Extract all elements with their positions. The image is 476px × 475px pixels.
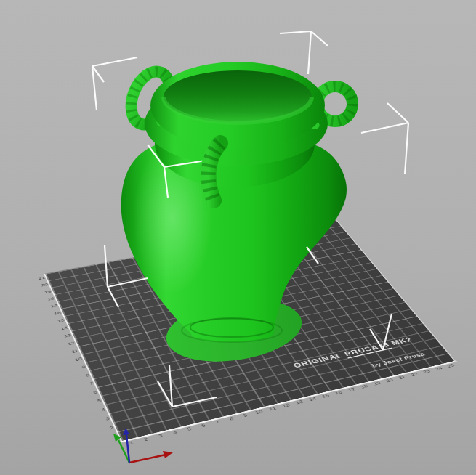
bbox-corner-rear-bottom-right xyxy=(307,247,318,264)
axis-gizmo xyxy=(113,428,173,463)
bbox-corner-front-bottom-left xyxy=(158,365,217,407)
bbox-corner-rear-top-right xyxy=(280,31,328,74)
model-vase[interactable] xyxy=(121,62,352,370)
axis-x-line xyxy=(129,455,166,463)
viewport-3d[interactable]: ORIGINAL PRUSA i3 MK2 by Josef Prusa 123… xyxy=(0,0,476,475)
axis-z-arrow-icon xyxy=(123,428,129,435)
bbox-corner-front-top-right xyxy=(361,103,408,174)
bbox-corner-front-bottom-right xyxy=(370,314,392,350)
scene-overlay xyxy=(0,0,476,475)
axis-y-arrow-icon xyxy=(113,434,121,442)
axis-x-arrow-icon xyxy=(163,451,173,458)
